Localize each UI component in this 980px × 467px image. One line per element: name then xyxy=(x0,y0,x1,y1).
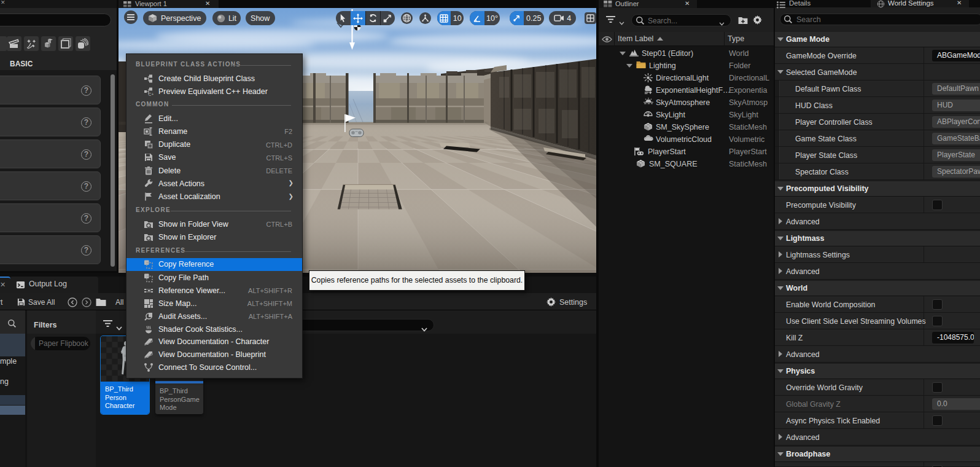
svg-text:C++: C++ xyxy=(149,92,154,96)
